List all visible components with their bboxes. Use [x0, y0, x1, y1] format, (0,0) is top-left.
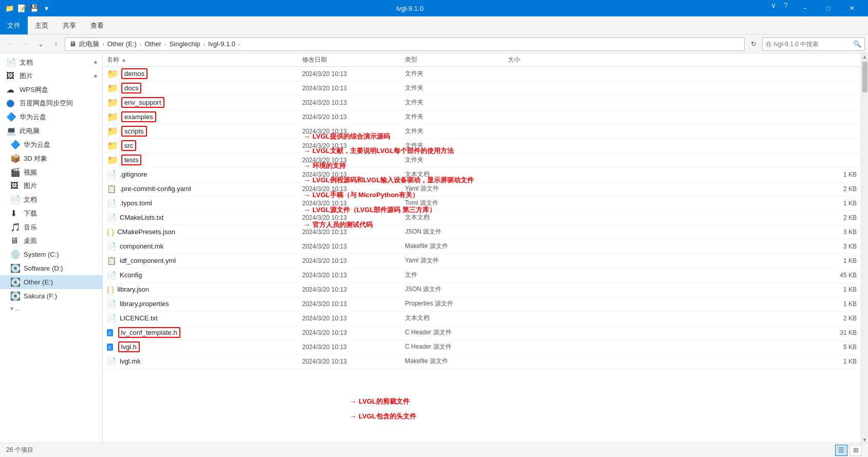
- file-name-text: .typos.toml: [120, 199, 152, 207]
- folder-icon: 📁: [107, 155, 118, 166]
- sidebar-item-documents[interactable]: 📄 文档 ★: [0, 55, 102, 69]
- file-type-cell: 文件夹: [401, 156, 504, 164]
- table-row[interactable]: 📁 demos 2024/3/20 10:13 文件夹: [103, 67, 861, 81]
- maximize-button[interactable]: □: [817, 0, 840, 16]
- sidebar-item-huawei-cloud[interactable]: 🔷 华为云盘: [0, 110, 102, 124]
- col-type-header[interactable]: 类型: [401, 55, 504, 64]
- sidebar-item-label: Other (E:): [24, 278, 53, 286]
- sidebar-drive-e[interactable]: 💽 Other (E:): [0, 275, 102, 289]
- table-row[interactable]: 📄 .gitignore 2024/3/20 10:13 文本文档 1 KB: [103, 167, 861, 182]
- file-icon: 📋: [107, 184, 117, 194]
- sidebar-item-baidu[interactable]: 🔵 百度网盘同步空间: [0, 97, 102, 110]
- table-row[interactable]: 📄 LICENCE.txt 2024/3/20 10:13 文本文档 2 KB: [103, 311, 861, 326]
- scroll-down-button[interactable]: ▼: [862, 436, 868, 443]
- sidebar-more[interactable]: ▾ ...: [0, 303, 102, 314]
- sidebar-item-huawei-cloud2[interactable]: 🔷 华为云盘: [0, 138, 102, 151]
- sidebar-item-this-pc[interactable]: 💻 此电脑: [0, 124, 102, 138]
- file-name-text: src: [121, 140, 136, 151]
- file-type-cell: 文件夹: [401, 141, 504, 150]
- table-row[interactable]: 📋 .pre-commit-config.yaml 2024/3/20 10:1…: [103, 182, 861, 196]
- table-row[interactable]: 📁 tests 2024/3/20 10:13 文件夹: [103, 153, 861, 167]
- minimize-button[interactable]: −: [793, 0, 817, 16]
- menu-share[interactable]: 共享: [56, 16, 83, 34]
- menubar: 文件 主页 共享 查看: [0, 16, 868, 35]
- file-date-cell: 2024/3/20 10:13: [298, 243, 401, 250]
- table-row[interactable]: c lvgl.h 2024/3/20 10:13 C Header 源文件 5 …: [103, 340, 861, 354]
- file-type-cell: 文件夹: [401, 127, 504, 136]
- titlebar: 📁 📝 💾 ▾ lvgl-9.1.0 ∨ ? − □ ✕: [0, 0, 868, 16]
- file-size-cell: 3 KB: [504, 243, 861, 250]
- sidebar-item-desktop[interactable]: 🖥 桌面: [0, 234, 102, 247]
- table-row[interactable]: 📁 docs 2024/3/20 10:13 文件夹: [103, 81, 861, 96]
- file-date-cell: 2024/3/20 10:13: [298, 70, 401, 78]
- sidebar-item-3d[interactable]: 📦 3D 对象: [0, 151, 102, 165]
- sidebar-item-music[interactable]: 🎵 音乐: [0, 220, 102, 234]
- sidebar-item-pictures2[interactable]: 🖼 图片: [0, 179, 102, 193]
- sidebar-item-pictures[interactable]: 🖼 图片 ★: [0, 69, 102, 83]
- nav-up-button[interactable]: ↑: [49, 37, 63, 51]
- file-date-cell: 2024/3/20 10:13: [298, 85, 401, 92]
- table-row[interactable]: 📄 Kconfig 2024/3/20 10:13 文件 45 KB: [103, 268, 861, 282]
- nav-back-button[interactable]: ←: [3, 37, 16, 51]
- table-row[interactable]: 📄 .typos.toml 2024/3/20 10:13 Toml 源文件 1…: [103, 196, 861, 211]
- addr-part-lvgl[interactable]: lvgl-9.1.0: [207, 40, 236, 48]
- file-type-cell: 文件夹: [401, 84, 504, 92]
- col-size-header[interactable]: 大小: [504, 55, 861, 64]
- file-icon: 📄: [107, 199, 117, 208]
- grid-view-button[interactable]: ⊞: [849, 445, 862, 456]
- titlebar-help[interactable]: ?: [781, 0, 791, 10]
- table-row[interactable]: 📋 idf_component.yml 2024/3/20 10:13 Yaml…: [103, 254, 861, 268]
- col-date-header[interactable]: 修改日期: [298, 55, 401, 64]
- table-row[interactable]: 📄 component.mk 2024/3/20 10:13 Makefile …: [103, 239, 861, 254]
- file-icon: c: [107, 344, 113, 351]
- nav-forward-button[interactable]: →: [19, 37, 32, 51]
- close-button[interactable]: ✕: [840, 0, 864, 16]
- sidebar-item-docs2[interactable]: 📄 文档: [0, 193, 102, 206]
- menu-home[interactable]: 主页: [28, 16, 56, 34]
- table-row[interactable]: c lv_conf_template.h 2024/3/20 10:13 C H…: [103, 326, 861, 340]
- sidebar-drive-f[interactable]: 💽 Sakura (F:): [0, 289, 102, 303]
- addr-part-other[interactable]: Other: [143, 40, 162, 48]
- sidebar-item-label: 华为云盘: [24, 140, 50, 149]
- wps-icon: ☁: [6, 85, 16, 94]
- search-box[interactable]: 🔍: [762, 37, 865, 51]
- menu-view[interactable]: 查看: [83, 16, 111, 34]
- sidebar-item-downloads[interactable]: ⬇ 下载: [0, 206, 102, 220]
- table-row[interactable]: 📁 scripts 2024/3/20 10:13 文件夹: [103, 124, 861, 139]
- table-row[interactable]: 📁 src 2024/3/20 10:13 文件夹: [103, 139, 861, 153]
- table-row[interactable]: 📄 library.properties 2024/3/20 10:13 Pro…: [103, 297, 861, 311]
- addr-part-pc[interactable]: 此电脑: [78, 40, 100, 49]
- addr-part-other-e[interactable]: Other (E:): [106, 40, 138, 48]
- table-row[interactable]: { } CMakePresets.json 2024/3/20 10:13 JS…: [103, 225, 861, 239]
- scrollbar[interactable]: ▲ ▼: [861, 53, 868, 443]
- titlebar-icon-save: 💾: [29, 3, 39, 13]
- scroll-thumb[interactable]: [862, 62, 867, 92]
- sidebar-item-videos[interactable]: 🎬 视频: [0, 165, 102, 179]
- list-view-button[interactable]: ☰: [835, 445, 847, 456]
- table-row[interactable]: { } library.json 2024/3/20 10:13 JSON 源文…: [103, 282, 861, 297]
- file-name-text: lv_conf_template.h: [118, 327, 180, 338]
- table-row[interactable]: 📁 env_support 2024/3/20 10:13 文件夹: [103, 96, 861, 110]
- file-name-text: LICENCE.txt: [120, 314, 158, 322]
- folder-icon: 📁: [107, 111, 118, 123]
- table-row[interactable]: 📄 CMakeLists.txt 2024/3/20 10:13 文本文档 2 …: [103, 211, 861, 225]
- menu-file[interactable]: 文件: [0, 16, 28, 34]
- address-path[interactable]: 🖥 此电脑 › Other (E:) › Other › Singlechip …: [65, 37, 745, 51]
- folder-icon: 📁: [107, 140, 118, 151]
- col-name-header[interactable]: 名称 ▲: [103, 55, 298, 64]
- file-icon: 📋: [107, 256, 117, 265]
- refresh-button[interactable]: ↻: [747, 37, 760, 51]
- scroll-up-button[interactable]: ▲: [862, 53, 868, 60]
- nav-recent-button[interactable]: ⌄: [34, 37, 47, 51]
- sidebar-drive-c[interactable]: 💿 System (C:): [0, 247, 102, 261]
- file-icon: 📄: [107, 271, 117, 280]
- sidebar-drive-d[interactable]: 💽 Software (D:): [0, 261, 102, 275]
- search-input[interactable]: [766, 41, 851, 48]
- table-row[interactable]: 📁 examples 2024/3/20 10:13 文件夹: [103, 110, 861, 124]
- sidebar-item-wps[interactable]: ☁ WPS网盘: [0, 83, 102, 97]
- 3d-icon: 📦: [10, 154, 21, 163]
- titlebar-app-icons: 📁 📝 💾 ▾: [4, 3, 51, 13]
- table-row[interactable]: 📄 lvgl.mk 2024/3/20 10:13 Makefile 源文件 1…: [103, 354, 861, 369]
- addr-part-singlechip[interactable]: Singlechip: [169, 40, 201, 48]
- titlebar-chevron[interactable]: ∨: [768, 0, 779, 10]
